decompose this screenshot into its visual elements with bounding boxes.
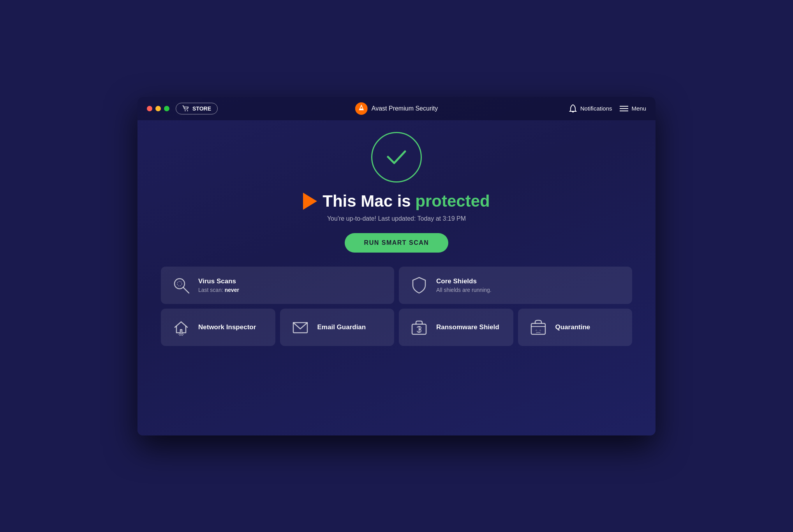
ransomware-shield-title: Ransomware Shield	[436, 323, 499, 331]
menu-label: Menu	[631, 105, 646, 112]
notifications-label: Notifications	[580, 105, 612, 112]
svg-point-0	[185, 110, 185, 111]
virus-scans-title: Virus Scans	[198, 277, 239, 285]
last-scan-value: never	[225, 287, 239, 293]
email-guardian-icon	[291, 318, 310, 337]
email-guardian-card[interactable]: Email Guardian	[280, 309, 395, 346]
core-shields-card[interactable]: Core Shields All shields are running.	[399, 267, 632, 304]
close-button[interactable]	[147, 106, 152, 111]
ransomware-shield-icon	[410, 318, 428, 337]
app-title: Avast Premium Security	[372, 105, 438, 112]
svg-line-7	[183, 288, 189, 293]
quarantine-info: Quarantine	[555, 323, 590, 331]
quarantine-icon	[529, 318, 548, 337]
status-title: This Mac is protected	[303, 192, 490, 211]
quarantine-card[interactable]: Quarantine	[518, 309, 633, 346]
core-shields-info: Core Shields All shields are running.	[436, 277, 492, 293]
core-shields-icon	[410, 276, 428, 295]
email-guardian-title: Email Guardian	[317, 323, 366, 331]
hamburger-icon	[620, 105, 628, 112]
cards-grid: Virus Scans Last scan: never Core Shield…	[161, 267, 632, 346]
traffic-lights	[147, 106, 169, 111]
network-inspector-title: Network Inspector	[198, 323, 256, 331]
virus-scans-card[interactable]: Virus Scans Last scan: never	[161, 267, 394, 304]
status-prefix: This Mac is	[322, 192, 415, 210]
svg-point-1	[187, 110, 188, 111]
ransomware-shield-info: Ransomware Shield	[436, 323, 499, 331]
core-shields-title: Core Shields	[436, 277, 492, 285]
store-button[interactable]: STORE	[176, 103, 218, 114]
svg-point-6	[174, 279, 185, 289]
svg-rect-12	[531, 323, 545, 334]
core-shields-subtitle: All shields are running.	[436, 287, 492, 293]
virus-scan-icon	[172, 276, 190, 295]
notifications-button[interactable]: Notifications	[569, 104, 612, 113]
titlebar: STORE Avast Premium Security Notificatio…	[137, 97, 656, 120]
status-highlight: protected	[415, 192, 490, 210]
titlebar-right: Notifications Menu	[569, 104, 646, 113]
ransomware-shield-card[interactable]: Ransomware Shield	[399, 309, 513, 346]
run-smart-scan-button[interactable]: RUN SMART SCAN	[345, 233, 449, 253]
store-label: STORE	[192, 105, 211, 112]
play-arrow-icon	[303, 193, 317, 210]
cards-row-2: Network Inspector Email Guardian	[161, 309, 632, 346]
maximize-button[interactable]	[164, 106, 169, 111]
checkmark-icon	[385, 147, 408, 167]
network-inspector-card[interactable]: Network Inspector	[161, 309, 275, 346]
titlebar-left: STORE	[147, 103, 218, 114]
cards-row-1: Virus Scans Last scan: never Core Shield…	[161, 267, 632, 304]
svg-point-8	[177, 281, 182, 286]
quarantine-title: Quarantine	[555, 323, 590, 331]
network-inspector-icon	[172, 318, 190, 337]
titlebar-center: Avast Premium Security	[355, 102, 438, 115]
avast-logo-icon	[355, 102, 368, 115]
virus-scans-subtitle: Last scan: never	[198, 287, 239, 293]
status-subtitle: You're up-to-date! Last updated: Today a…	[327, 215, 466, 222]
app-window: STORE Avast Premium Security Notificatio…	[137, 97, 656, 435]
virus-scans-info: Virus Scans Last scan: never	[198, 277, 239, 293]
protection-circle	[371, 132, 422, 183]
store-cart-icon	[182, 105, 189, 112]
minimize-button[interactable]	[155, 106, 161, 111]
network-inspector-info: Network Inspector	[198, 323, 256, 331]
main-content: This Mac is protected You're up-to-date!…	[137, 120, 656, 435]
menu-button[interactable]: Menu	[620, 105, 646, 112]
bell-icon	[569, 104, 577, 113]
email-guardian-info: Email Guardian	[317, 323, 366, 331]
status-heading: This Mac is protected	[322, 192, 490, 211]
